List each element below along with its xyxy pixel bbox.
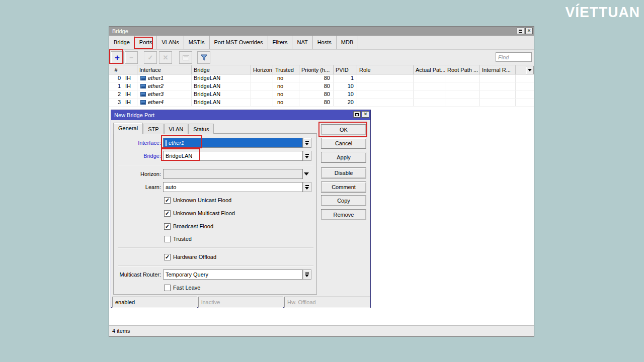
table-header: # Interface Bridge Horizon Trusted Prior… (109, 65, 534, 74)
copy-button[interactable]: Copy (321, 195, 366, 206)
multicast-router-label: Multicast Router: (114, 269, 161, 280)
status-inactive: inactive (198, 297, 283, 308)
bridge-field[interactable]: BridgeLAN (163, 151, 303, 161)
column-header-root-path[interactable]: Root Path ... (445, 65, 480, 74)
tab-nat[interactable]: NAT (292, 36, 312, 49)
horizon-dropdown-arrow-icon[interactable] (304, 172, 309, 175)
table-row[interactable]: 2 IH ether3 BridgeLAN no 80 10 (109, 90, 534, 99)
learn-label: Learn: (114, 182, 161, 192)
table-row[interactable]: 0 IH ether1 BridgeLAN no 80 1 (109, 74, 534, 82)
hardware-offload-label: Hardware Offload (173, 253, 216, 260)
unknown-unicast-flood-label: Unknown Unicast Flood (173, 197, 231, 204)
dropdown-arrow-icon (305, 187, 309, 190)
bridge-dropdown-button[interactable] (303, 151, 311, 161)
comment-button[interactable] (179, 51, 192, 64)
separator (118, 265, 313, 266)
comment-icon (183, 55, 189, 60)
items-count-bar: 4 items (109, 325, 534, 336)
column-header-flags[interactable] (123, 65, 137, 74)
minus-icon: − (129, 54, 133, 61)
disable-button[interactable]: ✕ (159, 51, 172, 64)
broadcast-flood-checkbox[interactable]: ✓ (164, 223, 171, 230)
dialog-tab-status[interactable]: Status (188, 124, 214, 134)
column-header-horizon[interactable]: Horizon (251, 65, 273, 74)
column-header-priority[interactable]: Priority (h... (299, 65, 334, 74)
remove-button-dialog[interactable]: Remove (321, 209, 366, 220)
tab-hosts[interactable]: Hosts (313, 36, 337, 49)
check-icon: ✓ (148, 54, 153, 61)
items-count: 4 items (112, 328, 130, 334)
column-header-bridge[interactable]: Bridge (192, 65, 251, 74)
enable-button[interactable]: ✓ (144, 51, 157, 64)
dialog-maximize-icon[interactable] (353, 111, 361, 118)
column-selector-button[interactable] (526, 66, 534, 74)
unknown-multicast-flood-checkbox[interactable]: ✓ (164, 210, 171, 217)
ok-button[interactable]: OK (321, 124, 366, 135)
trusted-checkbox[interactable] (164, 236, 171, 242)
disable-button-dialog[interactable]: Disable (321, 167, 366, 178)
column-header-interface[interactable]: Interface (137, 65, 192, 74)
dialog-tab-stp[interactable]: STP (143, 124, 164, 134)
bridge-window-title: Bridge (112, 28, 128, 34)
text-caret (166, 140, 167, 146)
bridge-window-titlebar[interactable]: Bridge ✕ (109, 27, 534, 36)
filter-funnel-icon (200, 54, 208, 61)
ethernet-icon (140, 100, 146, 105)
cancel-button[interactable]: Cancel (321, 138, 366, 149)
interface-field[interactable]: ether1 (163, 138, 303, 148)
tab-bridge[interactable]: Bridge (109, 36, 135, 49)
dialog-titlebar[interactable]: New Bridge Port ✕ (111, 110, 370, 120)
column-header-number[interactable]: # (109, 65, 123, 74)
dropdown-arrow-icon (305, 143, 309, 145)
trusted-label: Trusted (173, 235, 192, 242)
column-header-spacer (516, 65, 524, 74)
learn-dropdown-button[interactable] (303, 182, 311, 192)
tab-filters[interactable]: Filters (268, 36, 293, 49)
page: { "logo": { "text": "VÍETTUAN" }, "win":… (0, 0, 644, 362)
separator (118, 165, 313, 165)
maximize-icon[interactable] (517, 28, 524, 34)
status-hw-offload: Hw. Offload (284, 297, 370, 308)
find-input[interactable] (496, 52, 532, 62)
status-enabled: enabled (112, 297, 197, 308)
dialog-title: New Bridge Port (114, 112, 154, 118)
tab-port-mst-overrides[interactable]: Port MST Overrides (210, 36, 268, 49)
fast-leave-checkbox[interactable] (164, 285, 171, 291)
hardware-offload-checkbox[interactable]: ✓ (164, 254, 171, 260)
tab-ports[interactable]: Ports (135, 36, 157, 49)
dialog-tab-vlan[interactable]: VLAN (164, 124, 189, 134)
horizon-label: Horizon: (114, 169, 161, 179)
new-bridge-port-dialog: New Bridge Port ✕ General STP VLAN Statu… (111, 110, 371, 308)
multicast-router-dropdown-button[interactable] (303, 269, 311, 280)
dialog-tab-general[interactable]: General (113, 123, 143, 134)
horizon-field[interactable] (163, 169, 303, 179)
interface-dropdown-button[interactable] (303, 138, 311, 148)
dropdown-arrow-icon (305, 275, 309, 277)
filter-button[interactable] (197, 51, 210, 64)
tab-vlans[interactable]: VLANs (157, 36, 184, 49)
column-header-actual-path[interactable]: Actual Pat... (414, 65, 445, 74)
bridge-tabstrip: Bridge Ports VLANs MSTIs Port MST Overri… (109, 36, 534, 50)
learn-field[interactable]: auto (163, 182, 303, 192)
column-header-internal-root[interactable]: Internal R... (480, 65, 516, 74)
ethernet-icon (140, 76, 146, 80)
multicast-router-field[interactable]: Temporary Query (163, 269, 303, 280)
table-row[interactable]: 1 IH ether2 BridgeLAN no 80 10 (109, 82, 534, 90)
bridge-label: Bridge: (114, 151, 161, 161)
unknown-unicast-flood-checkbox[interactable]: ✓ (164, 197, 171, 204)
column-header-pvid[interactable]: PVID (334, 65, 357, 74)
table-row[interactable]: 3 IH ether4 BridgeLAN no 80 20 (109, 99, 534, 107)
separator (118, 247, 313, 248)
close-icon[interactable]: ✕ (525, 28, 533, 34)
tab-mdb[interactable]: MDB (337, 36, 358, 49)
comment-button-dialog[interactable]: Comment (321, 182, 366, 193)
column-header-trusted[interactable]: Trusted (273, 65, 299, 74)
add-button[interactable]: + (111, 51, 124, 64)
column-header-role[interactable]: Role (357, 65, 414, 74)
apply-button[interactable]: Apply (321, 152, 366, 163)
plus-icon: + (115, 53, 120, 62)
remove-button[interactable]: − (125, 51, 138, 64)
tab-mstis[interactable]: MSTIs (184, 36, 210, 49)
ethernet-icon (140, 84, 146, 88)
dialog-close-icon[interactable]: ✕ (362, 111, 369, 118)
